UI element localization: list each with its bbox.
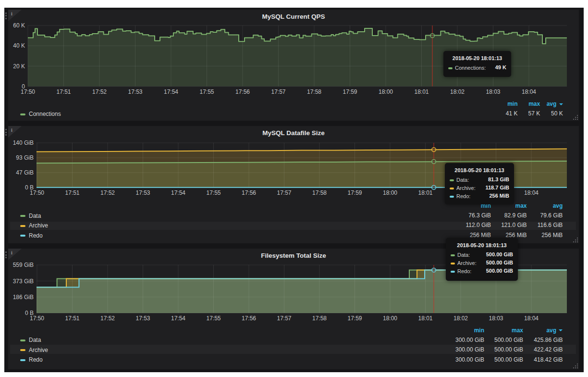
svg-text:18:01: 18:01 [418, 315, 432, 322]
svg-text:17:53: 17:53 [135, 315, 150, 322]
svg-text:17:58: 17:58 [312, 189, 327, 196]
svg-text:17:57: 17:57 [271, 88, 285, 95]
svg-text:60 K: 60 K [13, 22, 25, 29]
svg-text:18:00: 18:00 [383, 315, 397, 322]
svg-text:18:00: 18:00 [379, 88, 393, 95]
svg-text:18:01: 18:01 [414, 88, 429, 95]
svg-text:47 GiB: 47 GiB [16, 169, 34, 176]
svg-text:17:58: 17:58 [307, 88, 321, 95]
svg-text:17:59: 17:59 [347, 315, 362, 322]
svg-text:93 GiB: 93 GiB [16, 154, 34, 161]
svg-text:17:52: 17:52 [92, 88, 107, 95]
svg-text:17:56: 17:56 [242, 315, 256, 322]
svg-text:140 GiB: 140 GiB [13, 139, 34, 146]
svg-text:17:51: 17:51 [65, 189, 79, 196]
svg-text:18:04: 18:04 [524, 189, 539, 196]
svg-text:17:53: 17:53 [128, 88, 142, 95]
svg-text:17:54: 17:54 [171, 315, 185, 322]
svg-text:17:55: 17:55 [206, 315, 220, 322]
svg-text:17:51: 17:51 [56, 88, 71, 95]
svg-text:17:50: 17:50 [30, 189, 44, 196]
svg-text:18:04: 18:04 [522, 88, 536, 95]
svg-text:373 GiB: 373 GiB [13, 278, 34, 285]
svg-text:18:04: 18:04 [524, 315, 539, 322]
svg-text:18:02: 18:02 [453, 315, 468, 322]
svg-text:17:54: 17:54 [164, 88, 178, 95]
svg-text:17:53: 17:53 [135, 189, 150, 196]
svg-text:17:55: 17:55 [206, 189, 220, 196]
svg-text:17:50: 17:50 [30, 315, 44, 322]
svg-text:17:55: 17:55 [199, 88, 214, 95]
svg-text:17:56: 17:56 [242, 189, 256, 196]
svg-text:559 GiB: 559 GiB [13, 262, 34, 268]
svg-text:17:57: 17:57 [277, 315, 291, 322]
svg-text:40 K: 40 K [13, 42, 25, 49]
svg-text:17:52: 17:52 [100, 189, 115, 196]
svg-text:18:03: 18:03 [486, 88, 500, 95]
svg-text:18:00: 18:00 [383, 189, 397, 196]
svg-text:18:01: 18:01 [418, 189, 432, 196]
svg-text:17:54: 17:54 [171, 189, 185, 196]
svg-text:186 GiB: 186 GiB [13, 294, 34, 301]
svg-text:17:59: 17:59 [343, 88, 357, 95]
svg-text:20 K: 20 K [13, 63, 25, 70]
svg-text:18:02: 18:02 [450, 88, 465, 95]
svg-text:17:50: 17:50 [21, 88, 35, 95]
svg-text:17:59: 17:59 [347, 189, 362, 196]
svg-text:17:58: 17:58 [312, 315, 327, 322]
svg-text:17:52: 17:52 [100, 315, 115, 322]
svg-text:17:57: 17:57 [277, 189, 291, 196]
svg-text:17:51: 17:51 [65, 315, 79, 322]
svg-text:17:56: 17:56 [235, 88, 250, 95]
svg-text:18:03: 18:03 [489, 315, 503, 322]
